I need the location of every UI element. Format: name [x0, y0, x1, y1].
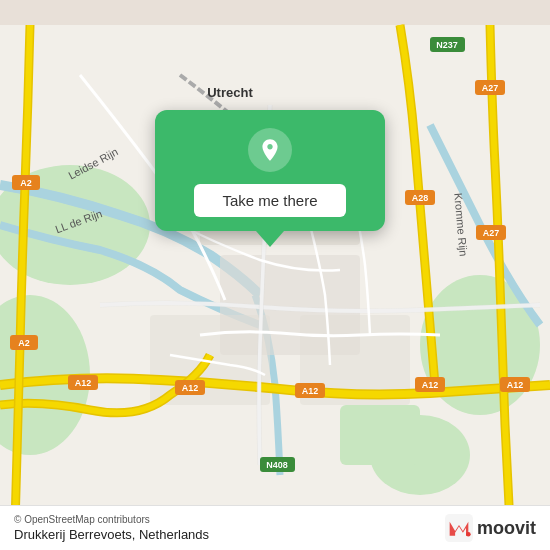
svg-text:A2: A2: [20, 178, 32, 188]
svg-text:A12: A12: [182, 383, 199, 393]
svg-text:A12: A12: [302, 386, 319, 396]
take-me-there-button[interactable]: Take me there: [194, 184, 345, 217]
map-container: A12 A12 A12 A12 A12 A28 A27 A27 A2 A2 N2…: [0, 0, 550, 550]
svg-text:N237: N237: [436, 40, 458, 50]
svg-point-43: [466, 532, 471, 537]
svg-text:N408: N408: [266, 460, 288, 470]
moovit-logo: moovit: [445, 514, 536, 542]
svg-text:Utrecht: Utrecht: [207, 85, 253, 100]
location-icon-wrapper: [248, 128, 292, 172]
svg-text:A27: A27: [483, 228, 500, 238]
bottom-bar: © OpenStreetMap contributors Drukkerij B…: [0, 505, 550, 550]
bottom-left-info: © OpenStreetMap contributors Drukkerij B…: [14, 514, 209, 542]
moovit-label: moovit: [477, 518, 536, 539]
svg-text:A28: A28: [412, 193, 429, 203]
svg-text:A12: A12: [507, 380, 524, 390]
svg-rect-41: [445, 514, 473, 542]
svg-text:A2: A2: [18, 338, 30, 348]
map-background: A12 A12 A12 A12 A12 A28 A27 A27 A2 A2 N2…: [0, 0, 550, 550]
location-label: Drukkerij Berrevoets, Netherlands: [14, 527, 209, 542]
svg-text:A12: A12: [75, 378, 92, 388]
location-popup: Take me there: [155, 110, 385, 231]
moovit-icon: [445, 514, 473, 542]
svg-text:A12: A12: [422, 380, 439, 390]
location-pin-icon: [257, 137, 283, 163]
svg-rect-5: [340, 405, 420, 465]
svg-text:A27: A27: [482, 83, 499, 93]
osm-attribution: © OpenStreetMap contributors: [14, 514, 209, 525]
